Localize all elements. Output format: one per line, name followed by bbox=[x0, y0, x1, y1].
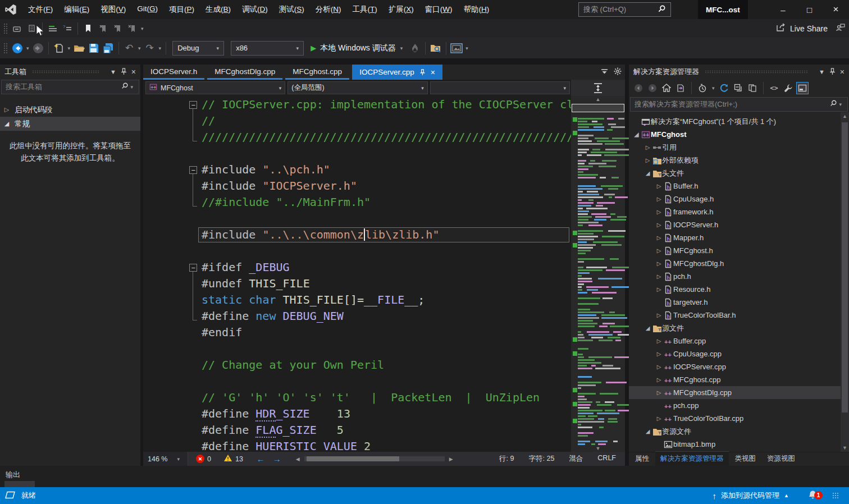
menu-item[interactable]: 帮助(H) bbox=[458, 2, 495, 17]
tree-item[interactable]: ▷hMapper.h bbox=[629, 231, 849, 244]
expand-icon[interactable]: ▷ bbox=[655, 209, 663, 215]
se-show-all-files-icon[interactable] bbox=[746, 82, 759, 94]
code-line[interactable]: #undef THIS_FILE bbox=[143, 276, 571, 292]
menu-item[interactable]: 文件(F) bbox=[22, 2, 58, 17]
expand-icon[interactable]: ▷ bbox=[655, 222, 663, 228]
new-file-icon[interactable] bbox=[52, 41, 66, 56]
code-editor[interactable]: −// IOCPServer.cpp: implementation of th… bbox=[143, 96, 571, 452]
se-refresh-icon[interactable] bbox=[718, 82, 731, 94]
hot-reload-icon[interactable] bbox=[408, 41, 422, 56]
quick-search-box[interactable]: 搜索 (Ctrl+Q) bbox=[578, 2, 671, 17]
resize-grip[interactable] bbox=[832, 492, 839, 499]
solution-close-icon[interactable]: × bbox=[840, 67, 845, 76]
toolbox-menu-chevron-icon[interactable]: ▼ bbox=[110, 68, 116, 75]
menu-item[interactable]: 编辑(E) bbox=[58, 2, 95, 17]
close-icon[interactable]: × bbox=[431, 68, 435, 77]
close-button[interactable]: × bbox=[823, 0, 849, 19]
se-view-code-icon[interactable]: <> bbox=[768, 82, 780, 94]
menu-item[interactable]: 测试(S) bbox=[273, 2, 310, 17]
undo-icon[interactable]: ↶ bbox=[122, 41, 136, 56]
expand-icon[interactable]: ▷ bbox=[655, 390, 663, 396]
toolbox-pin-icon[interactable] bbox=[121, 68, 127, 76]
expand-icon[interactable]: ▷ bbox=[655, 286, 663, 292]
tree-item[interactable]: ◢头文件 bbox=[629, 167, 849, 180]
collapse-icon[interactable]: ◢ bbox=[3, 120, 10, 127]
toolbox-search-chevron[interactable]: ▾ bbox=[130, 84, 133, 90]
live-share-label[interactable]: Live Share bbox=[790, 24, 828, 33]
indent-icon[interactable] bbox=[46, 21, 60, 36]
se-forward-icon[interactable] bbox=[646, 82, 659, 94]
tree-item[interactable]: ▷引用 bbox=[629, 141, 849, 154]
tree-item[interactable]: ▷hMFCghostDlg.h bbox=[629, 257, 849, 270]
scroll-up-icon[interactable]: ▲ bbox=[571, 97, 625, 102]
expand-icon[interactable]: ▷ bbox=[655, 312, 663, 318]
menu-item[interactable]: 视图(V) bbox=[95, 2, 131, 17]
feedback-person-icon[interactable] bbox=[834, 22, 846, 35]
toolbar-drag-handle[interactable] bbox=[3, 23, 8, 34]
tree-item[interactable]: ▷++TrueColorToolBar.cpp bbox=[629, 412, 849, 425]
notifications-bell[interactable]: 1 bbox=[808, 490, 818, 502]
fold-collapse-icon[interactable]: − bbox=[189, 101, 197, 109]
menu-item[interactable]: 项目(P) bbox=[163, 2, 200, 17]
tree-item[interactable]: ▷hResource.h bbox=[629, 283, 849, 296]
code-line[interactable] bbox=[143, 145, 571, 162]
editor-tab[interactable]: MFCghost.cpp bbox=[285, 65, 349, 80]
undo-chevron[interactable]: ▾ bbox=[138, 45, 141, 51]
expand-icon[interactable]: ▷ bbox=[655, 273, 663, 280]
menu-item[interactable]: 工具(T) bbox=[347, 2, 383, 17]
tree-item[interactable]: ◢++MFCghost bbox=[629, 128, 849, 141]
screenshot-tool-icon[interactable] bbox=[450, 41, 463, 56]
screenshot-chevron[interactable]: ▾ bbox=[465, 45, 468, 51]
select-tool-icon[interactable] bbox=[11, 21, 24, 36]
expand-icon[interactable]: ▷ bbox=[655, 248, 663, 254]
expand-icon[interactable]: ▷ bbox=[643, 157, 652, 163]
se-home-icon[interactable] bbox=[660, 82, 673, 94]
solution-tree-scrollbar[interactable]: ▲ ▼ bbox=[841, 112, 849, 452]
expand-icon[interactable]: ▷ bbox=[655, 260, 663, 267]
expand-icon[interactable]: ▷ bbox=[643, 144, 652, 150]
save-icon[interactable] bbox=[87, 41, 101, 56]
open-folder-icon[interactable] bbox=[72, 41, 86, 56]
nav-forward-arrow-icon[interactable]: → bbox=[273, 454, 281, 464]
code-line[interactable]: ////////////////////////////////////////… bbox=[143, 129, 571, 145]
tree-item[interactable]: ▷hTrueColorToolBar.h bbox=[629, 309, 849, 322]
toolbox-group[interactable]: ▷启动代码段 bbox=[0, 103, 140, 117]
expand-icon[interactable]: ▷ bbox=[655, 338, 663, 344]
code-line[interactable] bbox=[143, 341, 571, 357]
tree-item[interactable]: ▷++MFCghostDlg.cpp bbox=[629, 386, 849, 399]
next-bookmark-icon[interactable] bbox=[111, 21, 124, 36]
collapse-icon[interactable]: ◢ bbox=[643, 325, 652, 331]
minimap-viewport[interactable] bbox=[572, 104, 624, 112]
warning-count[interactable]: 13 bbox=[235, 455, 243, 463]
code-line[interactable]: //#include "../MainFrm.h" bbox=[143, 194, 571, 210]
editor-split-handle[interactable] bbox=[571, 80, 625, 96]
pin-icon[interactable] bbox=[419, 69, 426, 76]
code-line[interactable]: −// IOCPServer.cpp: implementation of th… bbox=[143, 97, 571, 113]
menu-item[interactable]: Git(G) bbox=[131, 2, 163, 17]
unindent-icon[interactable]: ? bbox=[61, 21, 74, 36]
tree-scroll-up-icon[interactable]: ▲ bbox=[841, 113, 849, 119]
code-line[interactable]: #define HDR_SIZE 13 bbox=[143, 406, 571, 422]
minimize-button[interactable]: – bbox=[770, 0, 796, 19]
tree-item[interactable]: ▷++Buffer.cpp bbox=[629, 335, 849, 347]
toolbox-drag-area[interactable] bbox=[32, 70, 100, 74]
toolbox-search-box[interactable]: 搜索工具箱 ▾ bbox=[1, 80, 139, 94]
source-control-chevron-icon[interactable]: ▲ bbox=[784, 493, 789, 498]
expand-icon[interactable]: ▷ bbox=[3, 106, 10, 113]
save-all-icon[interactable] bbox=[102, 41, 115, 56]
tree-item[interactable]: ▷++CpuUsage.cpp bbox=[629, 347, 849, 360]
navigate-forward-icon[interactable] bbox=[31, 41, 45, 56]
se-sync-active-document-icon[interactable] bbox=[674, 82, 687, 94]
menu-item[interactable]: 扩展(X) bbox=[383, 2, 419, 17]
expand-icon[interactable]: ▷ bbox=[655, 183, 663, 189]
tree-item[interactable]: ◢资源文件 bbox=[629, 425, 849, 438]
se-pending-chevron[interactable]: ▾ bbox=[712, 85, 715, 91]
editor-tab[interactable]: IOCPServer.h bbox=[143, 65, 204, 80]
se-collapse-all-icon[interactable] bbox=[732, 82, 745, 94]
tree-item[interactable]: ▷hCpuUsage.h bbox=[629, 193, 849, 205]
tree-item[interactable]: 解决方案“MFCghost”(1 个项目/共 1 个) bbox=[629, 115, 849, 128]
collapse-icon[interactable]: ◢ bbox=[643, 170, 652, 176]
platform-dropdown[interactable]: x86 ▾ bbox=[231, 41, 304, 56]
nav-back-arrow-icon[interactable]: ← bbox=[257, 454, 265, 464]
toolbox-group[interactable]: ◢常规 bbox=[0, 117, 140, 131]
